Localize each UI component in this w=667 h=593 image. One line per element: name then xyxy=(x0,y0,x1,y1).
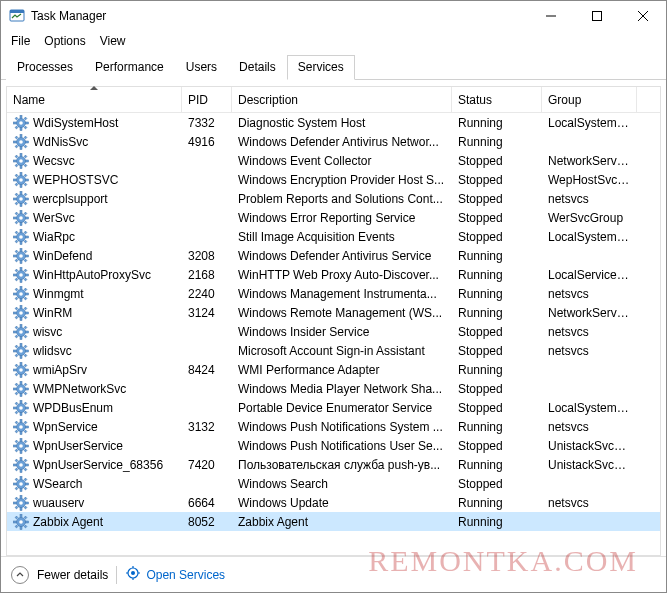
service-row[interactable]: WecsvcWindows Event CollectorStoppedNetw… xyxy=(7,151,660,170)
svg-rect-150 xyxy=(26,388,29,390)
svg-rect-164 xyxy=(15,411,18,414)
service-description: Windows Event Collector xyxy=(232,154,452,168)
svg-rect-174 xyxy=(15,430,18,433)
service-group: WerSvcGroup xyxy=(542,211,637,225)
close-button[interactable] xyxy=(620,1,666,31)
svg-rect-181 xyxy=(15,440,18,443)
service-row[interactable]: WdNisSvc4916Windows Defender Antivirus N… xyxy=(7,132,660,151)
tab-services[interactable]: Services xyxy=(287,55,355,80)
svg-rect-72 xyxy=(24,240,27,243)
minimize-button[interactable] xyxy=(528,1,574,31)
svg-rect-59 xyxy=(14,217,17,219)
svg-rect-122 xyxy=(24,335,27,338)
gear-icon xyxy=(13,457,29,473)
service-row[interactable]: wmiApSrv8424WMI Performance AdapterRunni… xyxy=(7,360,660,379)
svg-point-15 xyxy=(19,121,23,125)
service-row[interactable]: WiaRpcStill Image Acquisition EventsStop… xyxy=(7,227,660,246)
svg-rect-224 xyxy=(15,525,18,528)
svg-rect-140 xyxy=(26,369,29,371)
service-pid: 6664 xyxy=(182,496,232,510)
svg-rect-61 xyxy=(15,212,18,215)
maximize-button[interactable] xyxy=(574,1,620,31)
col-status[interactable]: Status xyxy=(452,87,542,112)
service-name: WPDBusEnum xyxy=(33,401,113,415)
services-grid-body[interactable]: WdiSystemHost7332Diagnostic System HostR… xyxy=(7,113,660,555)
service-pid: 4916 xyxy=(182,135,232,149)
svg-rect-14 xyxy=(15,126,18,129)
tab-details[interactable]: Details xyxy=(228,55,287,80)
service-row[interactable]: WEPHOSTSVCWindows Encryption Provider Ho… xyxy=(7,170,660,189)
menu-view[interactable]: View xyxy=(100,34,126,48)
service-status: Running xyxy=(452,135,542,149)
col-description[interactable]: Description xyxy=(232,87,452,112)
col-group[interactable]: Group xyxy=(542,87,637,112)
svg-rect-82 xyxy=(24,259,27,262)
svg-rect-212 xyxy=(24,506,27,509)
service-row[interactable]: wlidsvcMicrosoft Account Sign-in Assista… xyxy=(7,341,660,360)
tab-performance[interactable]: Performance xyxy=(84,55,175,80)
svg-rect-168 xyxy=(20,431,22,434)
service-row[interactable]: WerSvcWindows Error Reporting ServiceSto… xyxy=(7,208,660,227)
service-row[interactable]: WPDBusEnumPortable Device Enumerator Ser… xyxy=(7,398,660,417)
services-icon xyxy=(125,565,141,584)
svg-rect-170 xyxy=(26,426,29,428)
service-row[interactable]: WdiSystemHost7332Diagnostic System HostR… xyxy=(7,113,660,132)
service-row[interactable]: Winmgmt2240Windows Management Instrument… xyxy=(7,284,660,303)
service-description: Still Image Acquisition Events xyxy=(232,230,452,244)
svg-point-115 xyxy=(19,311,23,315)
svg-rect-70 xyxy=(26,236,29,238)
svg-point-155 xyxy=(19,387,23,391)
col-pid[interactable]: PID xyxy=(182,87,232,112)
service-row[interactable]: wercplsupportProblem Reports and Solutio… xyxy=(7,189,660,208)
service-name: WdNisSvc xyxy=(33,135,88,149)
service-description: Zabbix Agent xyxy=(232,515,452,529)
svg-rect-97 xyxy=(20,286,22,289)
svg-rect-60 xyxy=(26,217,29,219)
svg-rect-160 xyxy=(26,407,29,409)
service-row[interactable]: WMPNetworkSvcWindows Media Player Networ… xyxy=(7,379,660,398)
service-description: Problem Reports and Solutions Cont... xyxy=(232,192,452,206)
svg-rect-163 xyxy=(24,402,27,405)
service-row[interactable]: WpnUserServiceWindows Push Notifications… xyxy=(7,436,660,455)
service-row[interactable]: Zabbix Agent8052Zabbix AgentRunning xyxy=(7,512,660,531)
svg-rect-147 xyxy=(20,381,22,384)
fewer-details-button[interactable]: Fewer details xyxy=(37,568,108,582)
service-row[interactable]: wuauserv6664Windows UpdateRunningnetsvcs xyxy=(7,493,660,512)
svg-rect-54 xyxy=(15,202,18,205)
service-description: Windows Encryption Provider Host S... xyxy=(232,173,452,187)
service-description: Diagnostic System Host xyxy=(232,116,452,130)
service-row[interactable]: wisvcWindows Insider ServiceStoppednetsv… xyxy=(7,322,660,341)
service-status: Stopped xyxy=(452,230,542,244)
svg-point-25 xyxy=(19,140,23,144)
svg-rect-162 xyxy=(24,411,27,414)
service-group: UnistackSvcGr... xyxy=(542,439,637,453)
service-row[interactable]: WinDefend3208Windows Defender Antivirus … xyxy=(7,246,660,265)
service-row[interactable]: WSearchWindows SearchStopped xyxy=(7,474,660,493)
tab-users[interactable]: Users xyxy=(175,55,228,80)
service-row[interactable]: WpnUserService_683567420Пользовательская… xyxy=(7,455,660,474)
gear-icon xyxy=(13,400,29,416)
svg-rect-220 xyxy=(26,521,29,523)
service-status: Stopped xyxy=(452,439,542,453)
service-status: Stopped xyxy=(452,401,542,415)
menu-options[interactable]: Options xyxy=(44,34,85,48)
menu-file[interactable]: File xyxy=(11,34,30,48)
service-description: Windows Push Notifications System ... xyxy=(232,420,452,434)
svg-rect-119 xyxy=(14,331,17,333)
svg-rect-84 xyxy=(15,259,18,262)
open-services-link[interactable]: Open Services xyxy=(125,565,225,584)
service-row[interactable]: WpnService3132Windows Push Notifications… xyxy=(7,417,660,436)
gear-icon xyxy=(13,438,29,454)
tab-bar: Processes Performance Users Details Serv… xyxy=(1,54,666,80)
service-row[interactable]: WinRM3124Windows Remote Management (WS..… xyxy=(7,303,660,322)
service-status: Stopped xyxy=(452,173,542,187)
service-row[interactable]: WinHttpAutoProxySvc2168WinHTTP Web Proxy… xyxy=(7,265,660,284)
service-status: Stopped xyxy=(452,211,542,225)
svg-rect-159 xyxy=(14,407,17,409)
svg-rect-219 xyxy=(14,521,17,523)
service-group: netsvcs xyxy=(542,496,637,510)
col-name[interactable]: Name xyxy=(7,87,182,112)
chevron-up-icon[interactable] xyxy=(11,566,29,584)
service-status: Running xyxy=(452,496,542,510)
tab-processes[interactable]: Processes xyxy=(6,55,84,80)
